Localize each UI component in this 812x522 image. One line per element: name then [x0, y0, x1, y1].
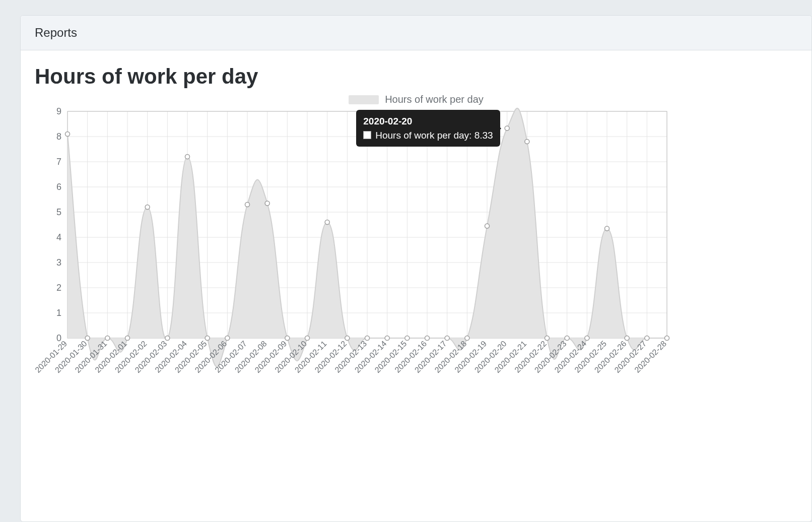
data-point[interactable] — [605, 226, 610, 231]
chart-title: Hours of work per day — [35, 64, 797, 89]
y-tick-label: 6 — [56, 182, 61, 192]
data-point[interactable] — [465, 336, 469, 341]
data-point[interactable] — [485, 224, 490, 228]
data-point[interactable] — [85, 336, 90, 341]
data-point[interactable] — [345, 336, 350, 341]
data-point[interactable] — [625, 336, 629, 341]
data-point[interactable] — [105, 336, 110, 341]
data-point[interactable] — [505, 126, 509, 130]
data-point[interactable] — [185, 155, 190, 159]
chart-container: 01234567892020-01-292020-01-302020-01-31… — [35, 107, 797, 401]
data-point[interactable] — [525, 140, 529, 144]
data-point[interactable] — [225, 336, 230, 341]
data-point[interactable] — [425, 336, 430, 341]
chart-svg[interactable]: 01234567892020-01-292020-01-302020-01-31… — [35, 107, 672, 399]
data-point[interactable] — [645, 336, 649, 341]
data-point[interactable] — [325, 220, 329, 225]
data-point[interactable] — [405, 336, 410, 341]
reports-panel: Reports Hours of work per day Hours of w… — [20, 15, 812, 522]
y-tick-label: 8 — [56, 132, 61, 142]
data-point[interactable] — [125, 336, 130, 341]
legend-swatch — [349, 95, 379, 104]
data-point[interactable] — [285, 336, 290, 341]
data-point[interactable] — [665, 336, 669, 341]
data-point[interactable] — [265, 201, 269, 206]
y-tick-label: 1 — [56, 308, 61, 318]
data-point[interactable] — [585, 336, 589, 341]
panel-title: Reports — [35, 26, 797, 40]
data-point[interactable] — [305, 336, 310, 341]
panel-header: Reports — [21, 16, 811, 50]
panel-body: Hours of work per day Hours of work per … — [21, 50, 811, 401]
legend-label: Hours of work per day — [385, 94, 484, 105]
data-point[interactable] — [245, 203, 250, 207]
data-point[interactable] — [205, 336, 210, 341]
y-tick-label: 5 — [56, 207, 61, 217]
data-point[interactable] — [445, 336, 449, 341]
y-tick-label: 3 — [56, 257, 61, 268]
data-point[interactable] — [65, 132, 70, 137]
data-point[interactable] — [145, 205, 150, 210]
data-point[interactable] — [565, 336, 569, 341]
y-tick-label: 4 — [56, 232, 61, 242]
chart-legend[interactable]: Hours of work per day — [35, 94, 797, 105]
data-point[interactable] — [165, 336, 170, 341]
y-tick-label: 2 — [56, 283, 61, 293]
y-tick-label: 7 — [56, 157, 61, 167]
data-point[interactable] — [545, 336, 550, 341]
y-tick-label: 9 — [56, 107, 61, 116]
data-point[interactable] — [365, 336, 370, 341]
data-point[interactable] — [385, 336, 389, 341]
